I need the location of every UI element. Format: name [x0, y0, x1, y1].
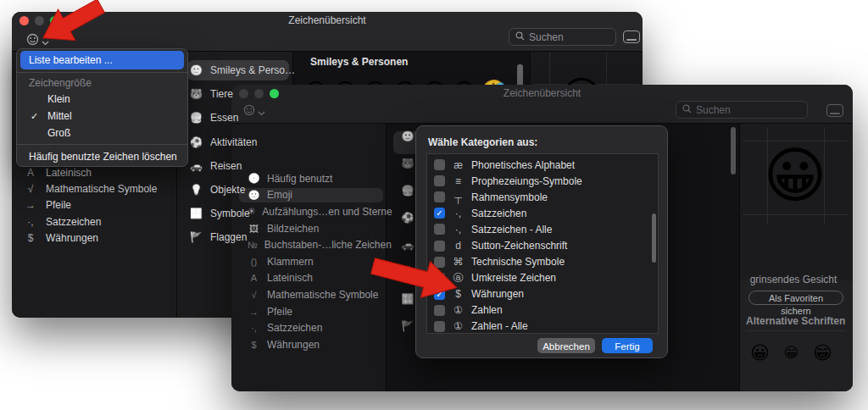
- divider: [746, 330, 846, 331]
- category-checkbox-row[interactable]: ≡ Prophezeiungs-Symbole: [427, 173, 658, 189]
- menu-item-clear-frequent[interactable]: Häufig benutzte Zeichen löschen: [17, 147, 187, 165]
- sidebar-item[interactable]: → Pfeile: [231, 303, 386, 320]
- category-label: Tiere: [210, 88, 233, 100]
- category-glyph-icon: $: [24, 232, 37, 244]
- search-input[interactable]: Suchen: [676, 101, 808, 119]
- category-glyph-icon: $: [451, 288, 465, 300]
- sidebar-item[interactable]: A Lateinisch: [231, 270, 386, 287]
- menu-item-small[interactable]: Klein: [17, 91, 187, 108]
- category-glyph-icon: ·,: [451, 224, 465, 235]
- checkbox[interactable]: [434, 159, 445, 170]
- category-checkbox-row[interactable]: ① Zahlen: [427, 302, 658, 319]
- sidebar-item-label: Buchstaben-…liche Zeichen: [264, 239, 392, 251]
- category-icon[interactable]: 🚗: [398, 239, 417, 266]
- category-checkbox-row[interactable]: ┬ Rahmensymbole: [427, 189, 658, 205]
- dialog-rows: æ Phonetisches Alphabet ≡ Prophezeiungs-…: [427, 157, 658, 334]
- category-label: Zahlen: [471, 304, 503, 316]
- sidebar-item[interactable]: 🖼 Bildzeichen: [231, 220, 386, 237]
- sidebar-item-label: Satzzeichen: [267, 322, 322, 334]
- category-glyph-icon: ·,: [451, 208, 465, 219]
- category-icon[interactable]: ⚽: [398, 212, 417, 239]
- category-glyph-icon: 🖼: [248, 224, 260, 234]
- alternative-glyph[interactable]: 😀: [744, 340, 776, 367]
- smiley-action-icon: [243, 104, 255, 119]
- category-checkbox-row[interactable]: ·, Satzzeichen: [427, 205, 658, 221]
- category-icon: 🚩: [190, 231, 203, 243]
- alternative-glyph[interactable]: 😁: [807, 340, 838, 367]
- menu-header-size: Zeichengröße: [17, 75, 187, 91]
- checkbox[interactable]: [434, 289, 445, 300]
- category-glyph-icon: №: [248, 240, 258, 250]
- menu-item-medium[interactable]: ✓ Mittel: [17, 108, 187, 125]
- category-label: Technische Symbole: [471, 256, 565, 268]
- action-menu-button[interactable]: [26, 33, 49, 49]
- category-checkbox-row[interactable]: ⌘ Technische Symbole: [427, 254, 658, 270]
- sidebar-item[interactable]: √ Mathematische Symbole: [231, 286, 386, 303]
- category-glyph-icon: ┬: [451, 191, 465, 203]
- chevron-down-icon: [42, 34, 49, 49]
- sidebar-item-label: Mathematische Symbole: [267, 289, 378, 301]
- sidebar-item-label: Emoji: [267, 189, 292, 201]
- sidebar-item-label: Satzzeichen: [46, 216, 101, 228]
- checkbox[interactable]: [434, 208, 445, 219]
- dialog-title: Wähle Kategorien aus:: [428, 136, 537, 148]
- checkbox[interactable]: [434, 175, 445, 186]
- alternative-glyphs: 😀😁😁: [744, 340, 838, 367]
- action-menu-button[interactable]: [243, 104, 265, 119]
- checkbox[interactable]: [434, 257, 445, 268]
- menu-item-edit-list[interactable]: Liste bearbeiten ...: [20, 51, 184, 69]
- checkbox[interactable]: [434, 241, 445, 252]
- cancel-button[interactable]: Abbrechen: [537, 338, 595, 353]
- category-icon[interactable]: 🙂: [398, 130, 417, 158]
- sidebar-item[interactable]: № Buchstaben-…liche Zeichen: [231, 236, 386, 253]
- search-input[interactable]: Suchen: [509, 28, 616, 46]
- sidebar-item[interactable]: $ Währungen: [12, 230, 176, 246]
- front-category-icons: 🙂🐻🍔⚽🚗💡🔣🚩: [398, 130, 417, 347]
- sidebar-item[interactable]: ✳ Aufzählungs…en und Sterne: [231, 203, 386, 220]
- category-icon[interactable]: 🐻: [398, 158, 417, 185]
- category-checkbox-row[interactable]: ⓐ Umkreiste Zeichen: [427, 270, 658, 286]
- category-checkbox-row[interactable]: æ Phonetisches Alphabet: [427, 157, 658, 173]
- category-checkbox-row[interactable]: $ Währungen: [427, 286, 658, 302]
- save-as-favorite-button[interactable]: Als Favoriten sichern: [748, 291, 843, 305]
- sidebar-item[interactable]: √ Mathematische Symbole: [12, 180, 176, 197]
- front-window: Zeichenübersicht Suchen: [231, 85, 853, 391]
- checkbox[interactable]: [434, 321, 445, 332]
- checkbox[interactable]: [434, 224, 445, 235]
- sidebar-item[interactable]: → Pfeile: [12, 197, 176, 213]
- category-icon: 🔣: [190, 208, 203, 219]
- preview-emoji-name: grinsendes Gesicht: [739, 274, 848, 285]
- category-glyph-icon: ✳: [248, 206, 255, 217]
- category-label: Aktivitäten: [210, 136, 257, 148]
- category-glyph-icon: ①: [451, 320, 465, 332]
- category-icon[interactable]: 🔣: [398, 293, 417, 320]
- category-checkbox-row[interactable]: ① Zahlen - Alle: [427, 319, 658, 334]
- keyboard-viewer-icon[interactable]: [826, 104, 843, 117]
- checkbox[interactable]: [434, 191, 445, 202]
- sidebar-item[interactable]: $ Währungen: [231, 336, 386, 353]
- back-window-title: Zeichenübersicht: [12, 14, 643, 26]
- sidebar-item[interactable]: ·, Satzzeichen: [12, 213, 176, 230]
- category-checkbox-row[interactable]: d Sutton-Zeichenschrift: [427, 237, 658, 253]
- sidebar-item[interactable]: () Klammern: [231, 253, 386, 270]
- sidebar-item[interactable]: 🕘 Häufig benutzt: [231, 170, 386, 187]
- alternative-glyph[interactable]: 😁: [776, 340, 807, 367]
- front-grid-scrollbar[interactable]: [731, 127, 736, 175]
- sidebar-item[interactable]: ·, Satzzeichen: [231, 319, 386, 336]
- category-icon[interactable]: 🚩: [398, 320, 417, 347]
- menu-item-large[interactable]: Groß: [17, 125, 187, 141]
- category-icon[interactable]: 🍔: [398, 185, 417, 212]
- done-button[interactable]: Fertig: [602, 338, 653, 353]
- sidebar-item[interactable]: 🙂 Emoji: [231, 187, 386, 204]
- keyboard-viewer-icon[interactable]: [623, 30, 640, 43]
- checkbox[interactable]: [434, 305, 445, 316]
- category-icon[interactable]: 💡: [398, 266, 417, 293]
- category-checkbox-row[interactable]: ·, Satzzeichen - Alle: [427, 221, 658, 237]
- checkbox[interactable]: [434, 273, 445, 284]
- category-item[interactable]: 🙂 Smileys & Perso…: [176, 58, 292, 82]
- category-label: Reisen: [210, 160, 242, 172]
- sidebar-item-label: Pfeile: [267, 306, 292, 318]
- category-icon: 🐻: [190, 88, 203, 100]
- dialog-scrollbar[interactable]: [652, 213, 656, 263]
- sidebar-item-label: Mathematische Symbole: [46, 183, 157, 195]
